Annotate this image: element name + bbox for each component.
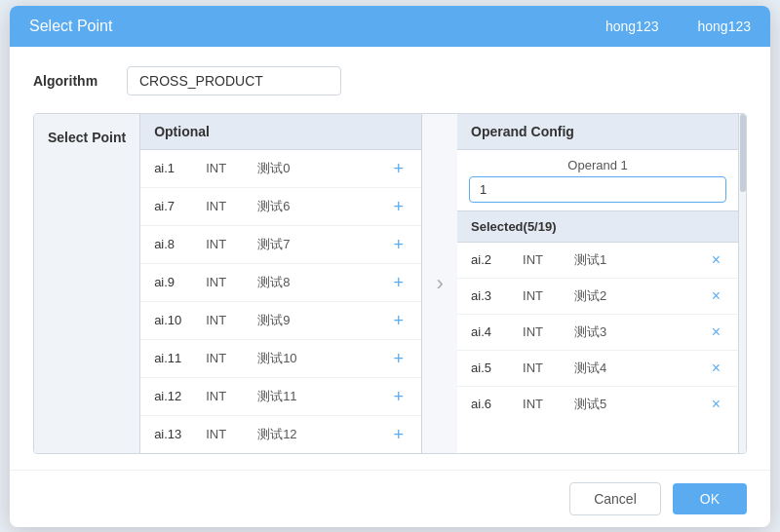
list-item: ai.9 INT 测试8 +	[140, 264, 421, 302]
remove-item-button[interactable]: ×	[708, 250, 724, 270]
item-name: ai.1	[154, 161, 198, 175]
item-desc: 测试4	[574, 360, 708, 377]
select-point-text: Select Point	[48, 130, 126, 145]
item-desc: 测试2	[574, 287, 708, 305]
list-item: ai.3 INT 测试2 ×	[457, 279, 738, 315]
selected-header: Selected(5/19)	[457, 210, 738, 243]
dialog: Select Point hong123 hong123 Algorithm S…	[10, 6, 770, 527]
item-name: ai.8	[154, 237, 198, 251]
remove-item-button[interactable]: ×	[708, 395, 724, 414]
arrow-right-icon: ›	[436, 271, 443, 296]
item-desc: 测试7	[257, 236, 389, 253]
add-item-button[interactable]: +	[390, 158, 409, 179]
item-type: INT	[206, 237, 250, 251]
item-desc: 测试9	[257, 312, 389, 329]
item-name: ai.2	[471, 252, 515, 267]
item-type: INT	[523, 252, 566, 267]
add-item-button[interactable]: +	[390, 196, 409, 217]
item-name: ai.7	[154, 199, 198, 213]
item-desc: 测试12	[257, 426, 389, 443]
optional-list: ai.1 INT 测试0 + ai.7 INT 测试6 + ai.8 INT 测…	[140, 150, 421, 453]
add-item-button[interactable]: +	[390, 348, 409, 369]
item-type: INT	[523, 288, 566, 303]
cancel-button[interactable]: Cancel	[569, 482, 661, 515]
item-name: ai.5	[471, 361, 515, 375]
list-item: ai.2 INT 测试1 ×	[457, 243, 738, 279]
item-desc: 测试8	[257, 274, 389, 291]
operand-config-header: Operand Config	[457, 114, 738, 150]
dialog-body: Algorithm Select Point Optional ai.1 INT…	[10, 47, 770, 470]
item-desc: 测试0	[257, 160, 389, 177]
list-item: ai.5 INT 测试4 ×	[457, 351, 738, 387]
item-type: INT	[206, 199, 250, 213]
add-item-button[interactable]: +	[390, 310, 409, 331]
item-type: INT	[523, 324, 566, 339]
scrollbar[interactable]	[738, 114, 746, 453]
item-desc: 测试1	[574, 251, 708, 269]
item-desc: 测试10	[257, 350, 389, 367]
item-name: ai.13	[154, 427, 198, 441]
arrow-col: ›	[422, 114, 457, 453]
header-user2: hong123	[697, 19, 751, 34]
dialog-title: Select Point	[29, 18, 566, 35]
operand1-label: Operand 1	[457, 158, 738, 172]
item-desc: 测试5	[574, 396, 708, 413]
list-item: ai.13 INT 测试12 +	[140, 416, 421, 453]
item-desc: 测试3	[574, 323, 708, 341]
item-type: INT	[206, 427, 250, 441]
algorithm-input[interactable]	[127, 66, 341, 95]
list-item: ai.11 INT 测试10 +	[140, 340, 421, 378]
list-item: ai.1 INT 测试0 +	[140, 150, 421, 188]
item-type: INT	[206, 389, 250, 403]
item-desc: 测试6	[257, 198, 389, 215]
scrollbar-thumb	[740, 114, 746, 192]
select-point-col-label: Select Point	[34, 114, 140, 453]
item-type: INT	[206, 161, 250, 175]
header-user1: hong123	[605, 19, 659, 34]
list-item: ai.12 INT 测试11 +	[140, 378, 421, 416]
dialog-header: Select Point hong123 hong123	[10, 6, 770, 47]
operand-input-wrap	[457, 176, 738, 210]
item-name: ai.10	[154, 313, 198, 327]
item-name: ai.3	[471, 288, 515, 303]
selected-list: ai.2 INT 测试1 × ai.3 INT 测试2 × ai.4 INT 测…	[457, 243, 738, 422]
list-item: ai.10 INT 测试9 +	[140, 302, 421, 340]
list-item: ai.6 INT 测试5 ×	[457, 387, 738, 422]
optional-section: Optional ai.1 INT 测试0 + ai.7 INT 测试6 + a…	[140, 114, 422, 453]
item-type: INT	[206, 313, 250, 327]
remove-item-button[interactable]: ×	[708, 323, 724, 342]
main-content: Select Point Optional ai.1 INT 测试0 + ai.…	[33, 113, 747, 454]
item-name: ai.6	[471, 397, 515, 411]
item-name: ai.4	[471, 324, 515, 339]
item-desc: 测试11	[257, 388, 389, 405]
list-item: ai.4 INT 测试3 ×	[457, 315, 738, 351]
optional-header: Optional	[140, 114, 421, 150]
add-item-button[interactable]: +	[390, 424, 409, 445]
operand-section: Operand Config Operand 1 Selected(5/19) …	[457, 114, 738, 453]
add-item-button[interactable]: +	[390, 234, 409, 255]
remove-item-button[interactable]: ×	[708, 286, 724, 306]
item-type: INT	[206, 275, 250, 289]
algorithm-label: Algorithm	[33, 73, 111, 89]
item-name: ai.12	[154, 389, 198, 403]
dialog-footer: Cancel OK	[10, 470, 770, 527]
item-type: INT	[206, 351, 250, 365]
list-item: ai.7 INT 测试6 +	[140, 188, 421, 226]
remove-item-button[interactable]: ×	[708, 359, 724, 378]
list-item: ai.8 INT 测试7 +	[140, 226, 421, 264]
ok-button[interactable]: OK	[673, 483, 747, 514]
add-item-button[interactable]: +	[390, 272, 409, 293]
item-name: ai.9	[154, 275, 198, 289]
item-type: INT	[523, 361, 566, 375]
add-item-button[interactable]: +	[390, 386, 409, 407]
algorithm-row: Algorithm	[33, 66, 747, 95]
item-name: ai.11	[154, 351, 198, 365]
operand1-input[interactable]	[469, 176, 726, 203]
item-type: INT	[523, 397, 566, 411]
